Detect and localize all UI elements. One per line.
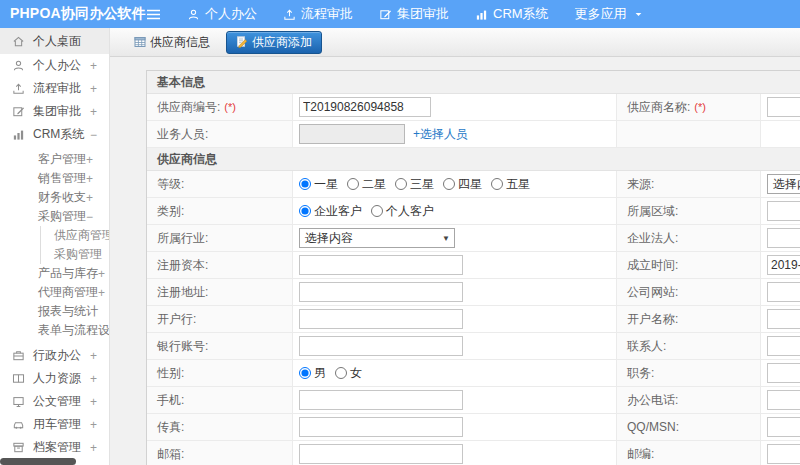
section-header: 供应商信息 (147, 148, 800, 171)
text-input[interactable] (299, 255, 463, 275)
text-input[interactable] (767, 363, 800, 383)
select-box[interactable]: 选择内容▼ (299, 228, 455, 248)
sidebar-item[interactable]: 代理商管理+ (0, 283, 109, 302)
caret-down-icon (634, 10, 643, 19)
text-input[interactable] (767, 309, 800, 329)
radio-button[interactable] (299, 367, 311, 379)
radio-button[interactable] (299, 205, 311, 217)
text-input[interactable] (299, 97, 431, 117)
sidebar-item-label: CRM系统 (33, 126, 84, 143)
collapse-icon[interactable]: − (86, 210, 93, 224)
field-label-cell: 企业法人: (617, 225, 761, 251)
text-input[interactable] (767, 282, 800, 302)
sidebar-item[interactable]: 客户管理+ (0, 150, 109, 169)
text-input[interactable] (299, 417, 463, 437)
tab-supplier-add[interactable]: 供应商添加 (226, 31, 322, 54)
field-label: 类别: (157, 203, 184, 220)
sidebar-item[interactable]: 流程审批+ (0, 77, 109, 100)
sidebar-item[interactable]: 采购管理 (0, 245, 109, 264)
text-input[interactable] (767, 417, 800, 437)
select-box[interactable]: 选择内容▼ (767, 174, 800, 194)
radio-button[interactable] (299, 178, 311, 190)
expand-icon[interactable]: + (90, 59, 97, 73)
sidebar-item[interactable]: 公文管理+ (0, 390, 109, 413)
sidebar-item[interactable]: 档案管理+ (0, 436, 109, 459)
text-input[interactable] (299, 282, 463, 302)
sidebar-item[interactable]: 供应商管理 (0, 226, 109, 245)
field-input-cell (761, 306, 800, 332)
radio-button[interactable] (347, 178, 359, 190)
form-row: 供应商编号:(*)供应商名称:(*) (147, 94, 800, 121)
tab-supplier-info[interactable]: 供应商信息 (128, 31, 216, 54)
radio-option[interactable]: 女 (335, 365, 362, 382)
radio-option[interactable]: 二星 (347, 176, 386, 193)
field-input-cell (761, 360, 800, 386)
expand-icon[interactable]: + (90, 105, 97, 119)
nav-item[interactable]: 流程审批 (283, 5, 353, 23)
nav-item[interactable]: 个人办公 (187, 5, 257, 23)
collapse-icon[interactable]: − (90, 128, 97, 142)
nav-item[interactable]: CRM系统 (475, 5, 549, 23)
text-input[interactable] (767, 336, 800, 356)
expand-icon[interactable]: + (90, 372, 97, 386)
sidebar-item[interactable]: 报表与统计 (0, 302, 109, 321)
sidebar-item[interactable]: 集团审批+ (0, 100, 109, 123)
text-input[interactable] (767, 201, 800, 221)
expand-icon[interactable]: + (90, 82, 97, 96)
choose-person-link[interactable]: +选择人员 (413, 126, 468, 143)
text-input[interactable] (767, 228, 800, 248)
text-input[interactable] (767, 255, 800, 275)
sidebar-item[interactable]: 人力资源+ (0, 367, 109, 390)
table-icon (134, 36, 146, 48)
expand-icon[interactable]: + (98, 267, 105, 281)
form-row: 所属行业:选择内容▼企业法人: (147, 225, 800, 252)
field-label-cell: 联系人: (617, 333, 761, 359)
nav-item[interactable]: 集团审批 (379, 5, 449, 23)
radio-option[interactable]: 五星 (491, 176, 530, 193)
sidebar-item[interactable]: 采购管理− (0, 207, 109, 226)
expand-icon[interactable]: + (90, 441, 97, 455)
select-value: 选择内容 (773, 176, 800, 193)
radio-button[interactable] (491, 178, 503, 190)
text-input[interactable] (299, 444, 463, 464)
text-input[interactable] (767, 444, 800, 464)
text-input[interactable] (299, 336, 463, 356)
sidebar-item[interactable]: 个人桌面 (0, 28, 109, 54)
expand-icon[interactable]: + (90, 349, 97, 363)
sidebar-item[interactable]: CRM系统− (0, 123, 109, 146)
sidebar-item[interactable]: 用车管理+ (0, 413, 109, 436)
sidebar-item[interactable]: 个人办公+ (0, 54, 109, 77)
sidebar-item[interactable]: 行政办公+ (0, 344, 109, 367)
text-input[interactable] (767, 97, 800, 117)
expand-icon[interactable]: + (90, 418, 97, 432)
sidebar-item[interactable]: 产品与库存+ (0, 264, 109, 283)
radio-option[interactable]: 男 (299, 365, 326, 382)
sidebar-item[interactable]: 财务收支+ (0, 188, 109, 207)
sidebar-item[interactable]: 表单与流程设置+ (0, 321, 109, 340)
expand-icon[interactable]: + (86, 172, 93, 186)
sidebar-item[interactable]: 销售管理+ (0, 169, 109, 188)
radio-option[interactable]: 企业客户 (299, 203, 362, 220)
expand-icon[interactable]: + (90, 395, 97, 409)
nav-item[interactable]: 更多应用 (575, 5, 643, 23)
radio-button[interactable] (371, 205, 383, 217)
text-input[interactable] (767, 390, 800, 410)
radio-option[interactable]: 个人客户 (371, 203, 434, 220)
horizontal-scrollbar-thumb[interactable] (0, 458, 76, 465)
radio-option[interactable]: 三星 (395, 176, 434, 193)
expand-icon[interactable]: + (98, 286, 105, 300)
readonly-text-input[interactable] (299, 124, 405, 144)
expand-icon[interactable]: + (86, 191, 93, 205)
text-input[interactable] (299, 390, 463, 410)
top-header: PHPOA协同办公软件 个人办公流程审批集团审批CRM系统更多应用 (0, 0, 800, 28)
expand-icon[interactable]: + (86, 153, 93, 167)
radio-option[interactable]: 四星 (443, 176, 482, 193)
radio-option[interactable]: 一星 (299, 176, 338, 193)
text-input[interactable] (299, 309, 463, 329)
radio-button[interactable] (443, 178, 455, 190)
menu-toggle-icon[interactable] (146, 8, 161, 21)
radio-button[interactable] (335, 367, 347, 379)
form-row: 注册地址:公司网站: (147, 279, 800, 306)
field-label-cell: 开户行: (147, 306, 293, 332)
radio-button[interactable] (395, 178, 407, 190)
